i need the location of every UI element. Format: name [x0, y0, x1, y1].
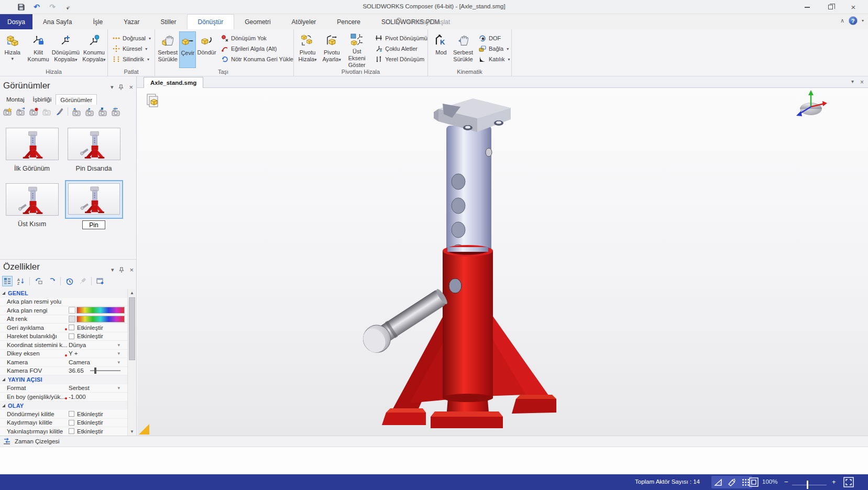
prop-row-kamera-fov[interactable]: Kamera FOV 36.65	[0, 367, 127, 376]
ust-ekseni-goster-button[interactable]: Üst Ekseni Göster	[344, 31, 369, 68]
menu-tab-pencere[interactable]: Pencere	[326, 14, 371, 29]
viewport-pages-icon[interactable]	[146, 93, 159, 108]
color-gradient-bar[interactable]	[76, 316, 125, 322]
patlat-dogrusal-item[interactable]: Doğrusal▾	[112, 34, 151, 43]
paint-view-icon[interactable]	[56, 107, 64, 116]
section-yayin-acisi[interactable]: YAYIN AÇISI	[0, 375, 127, 384]
measure-icon[interactable]	[713, 477, 723, 487]
section-genel[interactable]: GENEL	[0, 289, 127, 298]
view-item-pin-selected[interactable]	[63, 180, 125, 229]
close-panel-icon[interactable]: ×	[129, 83, 133, 91]
eraser-style-icon[interactable]	[727, 477, 737, 487]
menu-tab-stiller[interactable]: Stiller	[150, 14, 187, 29]
tab-gorunumler[interactable]: Görünümler	[56, 94, 97, 105]
restore-button[interactable]	[819, 0, 842, 14]
egrileri-algila-item[interactable]: Eğrileri Algıla (Alt)	[221, 44, 293, 53]
menu-tab-geometri[interactable]: Geometri	[234, 14, 281, 29]
copy-properties-to-icon[interactable]	[47, 276, 57, 286]
viewport-3d[interactable]	[137, 88, 868, 436]
menu-tab-donustur[interactable]: Dönüştür	[187, 14, 235, 29]
help-dropdown-icon[interactable]: ▾	[862, 18, 864, 23]
checkbox[interactable]	[69, 420, 74, 426]
panel-menu-icon[interactable]: ▾	[111, 266, 114, 273]
pivot-donusumu-item[interactable]: Pivot Dönüşümü	[375, 34, 427, 43]
prop-row-arka-plan-resmi-yolu[interactable]: Arka plan resmi yolu	[0, 298, 127, 307]
reset-properties-icon[interactable]	[64, 276, 74, 286]
properties-scrollbar[interactable]: ▲ ▼	[127, 289, 136, 436]
menu-tab-isle[interactable]: İşle	[82, 14, 113, 29]
prop-row-hareket-bulanikligi[interactable]: Hareket bulanıklığı Etkinleştir	[0, 332, 127, 341]
scrollbar-thumb[interactable]	[129, 297, 135, 360]
checkbox[interactable]	[69, 333, 74, 339]
zoom-out-icon[interactable]: −	[784, 478, 788, 486]
scroll-up-icon[interactable]: ▲	[128, 289, 136, 297]
zoom-slider-thumb[interactable]	[807, 481, 808, 489]
pin-icon[interactable]	[118, 84, 124, 91]
view-item-ilk-gorunum[interactable]: İlk Görünüm	[1, 128, 63, 172]
prop-row-dondurmeyi-kilitle[interactable]: Döndürmeyi kilitle Etkinleştir	[0, 410, 127, 419]
dof-item[interactable]: DOF	[478, 34, 510, 43]
coklu-aletler-item[interactable]: Çoklu Aletler	[375, 44, 427, 53]
camera-mode-icon[interactable]	[29, 107, 39, 116]
kinematik-mod-button[interactable]: K Mod	[432, 31, 450, 68]
patlat-silindirik-item[interactable]: Silindirik▾	[112, 54, 149, 64]
section-olay[interactable]: OLAY	[0, 402, 127, 410]
view-thumbnail[interactable]	[6, 183, 59, 216]
pivotu-hizala-button[interactable]: Pivotu Hizala▾	[296, 31, 319, 68]
help-icon[interactable]: ?	[849, 16, 858, 25]
zoom-slider[interactable]	[792, 485, 827, 485]
katilik-item[interactable]: Katılık▾	[478, 54, 510, 64]
prop-row-format[interactable]: Format Serbest ▾	[0, 384, 127, 393]
prop-row-arka-plan-rengi[interactable]: Arka plan rengi	[0, 306, 127, 315]
categorized-view-icon[interactable]	[2, 276, 13, 286]
prop-row-kamera[interactable]: Kamera Camera ▾	[0, 358, 127, 367]
search-box[interactable]: Aramayı Başlat	[395, 14, 450, 29]
tab-isbirligi[interactable]: İşbirliği	[29, 94, 56, 105]
zoom-in-icon[interactable]: +	[832, 478, 836, 486]
pivotu-ayarla-button[interactable]: Pivotu Ayarla▾	[320, 31, 343, 68]
menu-tab-yazar[interactable]: Yazar	[113, 14, 150, 29]
menu-tab-ana-sayfa[interactable]: Ana Sayfa	[32, 14, 82, 29]
panel-menu-icon[interactable]: ▾	[111, 84, 114, 91]
prop-row-alt-renk[interactable]: Alt renk	[0, 315, 127, 324]
sort-az-icon[interactable]: AZ	[16, 276, 26, 286]
update-view-icon[interactable]	[16, 107, 26, 116]
serbest-surukle-button[interactable]: Serbest Sürükle	[157, 31, 178, 68]
view-item-ust-kisim[interactable]: Üst Kısım	[1, 183, 63, 228]
document-tab[interactable]: Axle_stand.smg	[144, 77, 203, 88]
prop-row-geri-ayiklama[interactable]: Geri ayıklama Etkinleştir	[0, 324, 127, 332]
fov-slider[interactable]	[90, 370, 120, 371]
dropdown-arrow-icon[interactable]: ▾	[117, 385, 120, 391]
checkbox[interactable]	[69, 411, 74, 417]
konumu-kopyala-button[interactable]: Konumu Kopyala▾	[81, 31, 107, 68]
color-swatch[interactable]	[69, 307, 75, 314]
bagla-item[interactable]: Bağla▾	[478, 44, 510, 53]
minimize-button[interactable]	[796, 0, 819, 14]
copy-properties-from-icon[interactable]	[33, 276, 43, 286]
menu-tab-dosya[interactable]: Dosya	[0, 14, 32, 29]
scroll-down-icon[interactable]: ▼	[128, 428, 136, 436]
notr-konuma-geri-yukle-item[interactable]: Nötr Konuma Geri Yükle	[221, 54, 293, 64]
hizala-button[interactable]: Hizala ▾	[0, 31, 25, 68]
checkbox[interactable]	[69, 325, 74, 330]
patlat-kuresel-item[interactable]: Küresel▾	[112, 44, 147, 53]
close-document-icon[interactable]: ×	[860, 79, 864, 86]
manage-properties-icon[interactable]	[95, 276, 105, 286]
view-thumbnail[interactable]	[68, 183, 120, 215]
color-gradient-bar[interactable]	[76, 307, 125, 314]
prop-row-kaydirmayi-kilitle[interactable]: Kaydırmayı kilitle Etkinleştir	[0, 419, 127, 428]
color-swatch[interactable]	[69, 316, 75, 322]
tab-list-icon[interactable]: ▾	[851, 79, 854, 86]
camera-next-icon[interactable]	[111, 107, 120, 116]
close-button[interactable]: ×	[842, 0, 865, 14]
view-thumbnail[interactable]	[6, 128, 59, 160]
view-rename-input[interactable]	[82, 220, 105, 229]
fov-slider-thumb[interactable]	[94, 368, 96, 374]
prop-row-yakinlastirmayi-kilitle[interactable]: Yakınlaştırmayı kilitle Etkinleştir	[0, 427, 127, 436]
prop-row-dikey-eksen[interactable]: Dikey eksen Y + ▾	[0, 350, 127, 359]
prop-row-koordinat-sistemi[interactable]: Koordinat sistemini k... Dünya ▾	[0, 341, 127, 350]
checkbox[interactable]	[69, 428, 74, 434]
menu-tab-atolyeler[interactable]: Atölyeler	[281, 14, 327, 29]
dropdown-arrow-icon[interactable]: ▾	[117, 342, 120, 348]
yerel-donusum-item[interactable]: Yerel Dönüşüm	[375, 54, 427, 64]
